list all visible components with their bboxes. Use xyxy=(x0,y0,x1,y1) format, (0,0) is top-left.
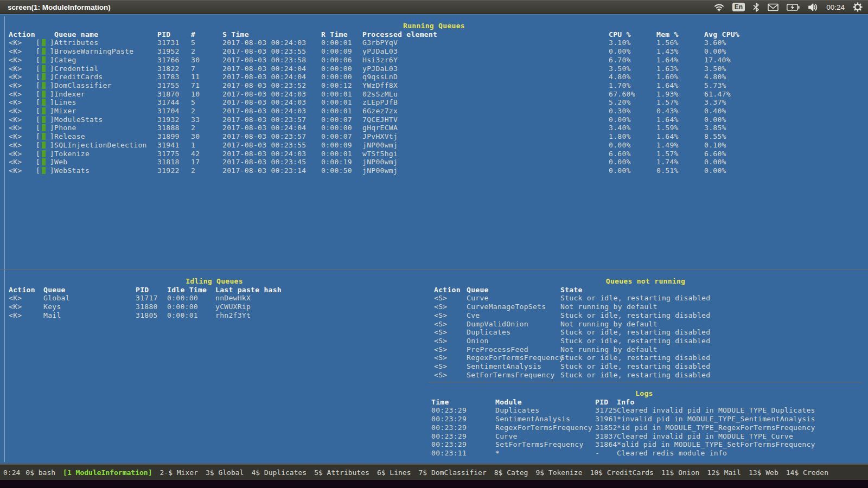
cell-state: Stuck or idle, restarting disabled xyxy=(560,294,857,303)
terminal-screen[interactable]: Running Queues Action Queue name PID # S… xyxy=(0,14,868,465)
cell-action: <K> xyxy=(9,132,36,141)
cell-time: 00:23:29 xyxy=(431,432,495,441)
table-row: 00:23:29 Curve 31837 Cleared invalid pid… xyxy=(431,432,857,441)
wifi-icon[interactable] xyxy=(714,3,724,12)
cell-r-time: 0:00:01 xyxy=(321,90,362,99)
window-tab: 0$ bash xyxy=(25,468,55,477)
cell-mem: 0.51% xyxy=(656,166,704,175)
col-module: Module xyxy=(495,398,595,407)
cell-s-time: 2017-08-03 00:23:55 xyxy=(222,141,321,150)
cell-avg-cpu: 3.50% xyxy=(704,65,868,73)
col-queue: Queue xyxy=(43,286,136,294)
cell-avg-cpu: 6.60% xyxy=(704,150,868,158)
cell-time: 00:23:29 xyxy=(431,423,495,432)
table-row: 00:23:29 Duplicates 31725 Cleared invali… xyxy=(431,406,857,415)
queues-not-running-title: Queues not running xyxy=(434,277,857,286)
cell-action: <K> xyxy=(9,56,36,65)
cell-mem: 1.56% xyxy=(656,38,704,47)
cell-action: <K> xyxy=(9,47,36,56)
cell-mem: 1.64% xyxy=(656,56,704,65)
cell-r-time: 0:00:12 xyxy=(321,81,362,90)
cell-r-time: 0:00:07 xyxy=(321,115,362,124)
queue-load-gauge xyxy=(36,90,54,99)
cell-action: <S> xyxy=(434,354,467,362)
col-cpu: CPU % xyxy=(609,30,656,39)
cell-queue: Cve xyxy=(467,311,560,320)
cell-avg-cpu: 0.40% xyxy=(704,107,868,115)
cell-avg-cpu: 8.55% xyxy=(704,132,868,141)
cell-avg-cpu: 5.73% xyxy=(704,81,868,90)
battery-charging-icon[interactable] xyxy=(787,4,800,11)
cell-avg-cpu: 3.60% xyxy=(704,38,868,47)
cell-count: 5 xyxy=(191,98,222,107)
cell-s-time: 2017-08-03 00:24:03 xyxy=(222,150,321,158)
keyboard-layout-badge[interactable]: En xyxy=(732,3,745,11)
cell-cpu: 3.10% xyxy=(609,38,656,47)
cell-r-time: 0:00:09 xyxy=(321,47,362,56)
cell-count: 30 xyxy=(191,132,222,141)
gauge-bar xyxy=(42,107,46,114)
cell-r-time: 0:00:07 xyxy=(321,132,362,141)
cell-pid: 31837 xyxy=(595,432,617,441)
cell-count: 5 xyxy=(191,38,222,47)
cell-queue: Onion xyxy=(467,337,560,345)
gauge-bar xyxy=(42,82,46,89)
cell-state: Stuck or idle, restarting disabled xyxy=(560,311,857,320)
cell-s-time: 2017-08-03 00:24:03 xyxy=(222,98,321,107)
cell-cpu: 0.30% xyxy=(609,107,656,115)
bluetooth-icon[interactable] xyxy=(753,3,760,12)
table-row: <K> WebStats 31922 2 2017-08-03 00:23:14… xyxy=(0,166,868,175)
section-divider xyxy=(429,382,861,382)
cell-pid: 31704 xyxy=(157,107,191,115)
col-info: Info xyxy=(617,398,857,407)
cell-s-time: 2017-08-03 00:24:03 xyxy=(222,38,321,47)
table-row: 00:23:29 RegexForTermsFrequency 31852 *i… xyxy=(431,423,857,432)
table-row: <K> Categ 31766 30 2017-08-03 00:23:58 0… xyxy=(0,56,868,65)
systray: En 00:24 xyxy=(714,2,863,12)
cell-mem: 1.74% xyxy=(656,158,704,166)
cell-module: RegexForTermsFrequency xyxy=(495,423,595,432)
cell-s-time: 2017-08-03 00:23:55 xyxy=(222,47,321,56)
cell-count: 33 xyxy=(191,115,222,124)
col-time: Time xyxy=(431,398,495,407)
cell-queue: CreditCards xyxy=(54,73,157,81)
cell-state: Stuck or idle, restarting disabled xyxy=(560,371,857,380)
cell-info: Cleared invalid pid in MODULE_TYPE_Curve xyxy=(617,432,857,441)
cell-pid: 31731 xyxy=(157,38,191,47)
queue-load-gauge xyxy=(36,81,54,90)
table-row: <S> SentimentAnalysis Stuck or idle, res… xyxy=(434,362,857,371)
running-queues-header-row: Action Queue name PID # S Time R Time Pr… xyxy=(0,30,868,39)
cell-idle-time: 0:00:01 xyxy=(167,311,215,320)
volume-icon[interactable] xyxy=(808,3,818,12)
cell-queue: Duplicates xyxy=(467,328,560,337)
cell-r-time: 0:00:01 xyxy=(321,98,362,107)
cell-r-time: 0:00:06 xyxy=(321,56,362,65)
cell-module: Duplicates xyxy=(495,406,595,415)
window-tab: 7$ DomClassifier xyxy=(419,468,487,477)
cell-s-time: 2017-08-03 00:23:57 xyxy=(222,115,321,124)
logs-title: Logs xyxy=(431,389,857,398)
cell-mem: 1.59% xyxy=(656,124,704,132)
window-tab: 2-$ Mixer xyxy=(159,468,197,477)
cell-cpu: 1.80% xyxy=(609,132,656,141)
queue-load-gauge xyxy=(36,158,54,166)
settings-gear-icon[interactable] xyxy=(853,2,863,12)
table-row: <K> DomClassifier 31755 71 2017-08-03 00… xyxy=(0,81,868,90)
col-action: Action xyxy=(9,30,36,39)
table-row: <K> Mixer 31704 2 2017-08-03 00:24:03 0:… xyxy=(0,107,868,115)
statusbar-window-list: 0$ bash[1 ModuleInformation]2-$ Mixer3$ … xyxy=(25,468,828,477)
cell-action: <K> xyxy=(9,158,36,166)
cell-cpu: 0.00% xyxy=(609,158,656,166)
mail-icon[interactable] xyxy=(768,3,778,11)
table-row: <K> Keys 31880 0:00:00 yCWUXRip xyxy=(0,303,429,311)
col-pid: PID xyxy=(136,286,167,294)
systray-clock[interactable]: 00:24 xyxy=(826,3,845,11)
queues-not-running-rows: <S> Curve Stuck or idle, restarting disa… xyxy=(434,294,857,379)
cell-pid: 31755 xyxy=(157,81,191,90)
cell-processed: 7QCEJHTV xyxy=(362,115,609,124)
table-row: 00:23:29 SentimentAnalysis 31961 *invali… xyxy=(431,415,857,423)
cell-action: <K> xyxy=(9,98,36,107)
cell-count: 2 xyxy=(191,166,222,175)
cell-mem: 1.49% xyxy=(656,141,704,150)
cell-avg-cpu: 0.10% xyxy=(704,141,868,150)
